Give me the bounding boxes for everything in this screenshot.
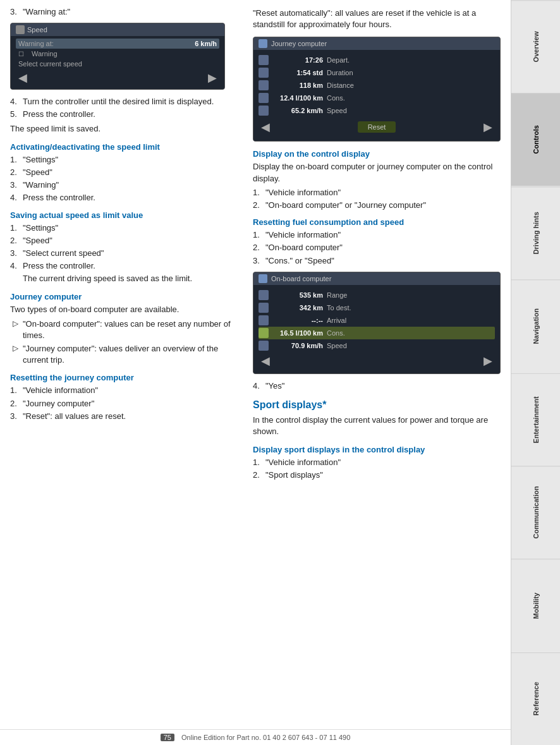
screen-nav: ◀ ▶ [16,69,219,87]
step5-item: 5. Press the controller. [10,109,236,120]
step-text: "Vehicle information" [265,187,501,198]
journey-screen-title: Journey computer [271,40,327,47]
journey-bullet-item: ▷"On-board computer": values can be rese… [10,318,236,341]
sport-step-item: 1."Vehicle information" [253,457,501,468]
saving-step-item: 4.Press the controller. [10,260,236,272]
onboard-nav: ◀ ▶ [259,352,495,370]
step-num: 2. [10,235,23,246]
row-value: 65.2 km/h [272,107,323,114]
bullet-arrow: ▷ [13,343,23,366]
activate-step-item: 3."Warning" [10,179,236,191]
row-icon [259,341,269,351]
row-value: 70.9 km/h [272,342,323,349]
reset-auto-text: "Reset automatically": all values are re… [253,8,501,30]
journey-nav-right[interactable]: ▶ [484,120,492,134]
nav-right-arrow[interactable]: ▶ [208,71,217,85]
row-icon [259,328,269,338]
onboard-screen-body: 535 kmRange342 kmTo dest.--:--Arrival16.… [253,285,500,373]
fuel-steps-list: 1."Vehicle information"2."On-board compu… [253,229,501,268]
step-num: 1. [10,222,23,234]
onboard-nav-left[interactable]: ◀ [261,354,270,368]
journey-screen-row: 17:26Depart. [259,54,495,66]
display-step-item: 2."On-board computer" or "Journey comput… [253,200,501,211]
row-icon [259,93,269,103]
sidebar-tab-communication[interactable]: Communication [511,466,560,559]
speed-warning-screen: Speed Warning at: 6 km/h ☐ Warning Selec… [10,23,225,90]
row-icon [259,106,269,116]
step5-num: 5. [10,109,23,120]
journey-screen-row: 65.2 km/hSpeed [259,104,495,117]
footer: 75 Online Edition for Part no. 01 40 2 6… [0,729,511,745]
warning-at-value: 6 km/h [195,40,217,47]
journey-screen-body: 17:26Depart.1:54 stdDuration118 kmDistan… [253,50,500,141]
nav-left-arrow[interactable]: ◀ [18,71,27,85]
row-key: Speed [327,342,365,349]
sidebar-tab-driving_hints[interactable]: Driving hints [511,186,560,279]
saving-note: The current driving speed is saved as th… [10,273,236,284]
step-text: "Speed" [23,167,236,178]
step4-yes-num: 4. [253,380,265,392]
step-num: 3. [253,255,265,267]
section-fuel-heading: Resetting fuel consumption and speed [253,217,501,227]
sidebar-tab-reference[interactable]: Reference [511,652,560,745]
warning-at-label: Warning at: [18,40,190,47]
step-num: 1. [253,229,265,241]
journey-screen-header: Journey computer [253,37,500,50]
warning-label: Warning [32,50,217,58]
activate-steps-list: 1."Settings"2."Speed"3."Warning"4.Press … [10,154,236,205]
row-icon [259,80,269,90]
step-num: 4. [10,260,23,272]
warning-row-2: ☐ Warning [16,49,219,59]
step-num: 2. [253,469,265,481]
display-text: Display the on-board computer or journey… [253,161,501,184]
resetting-step-item: 1."Vehicle information" [10,385,236,396]
sidebar-tab-navigation[interactable]: Navigation [511,279,560,372]
resetting-step-item: 2."Journey computer" [10,398,236,409]
step-num: 3. [10,179,23,191]
sidebar-tab-overview[interactable]: Overview [511,0,560,93]
section-journey-heading: Journey computer [10,292,236,301]
sidebar-tab-entertainment[interactable]: Entertainment [511,373,560,466]
sidebar: OverviewControlsDriving hintsNavigationE… [511,0,560,745]
step-text: "Vehicle information" [23,385,236,396]
step5-text: Press the controller. [23,109,236,120]
step-num: 2. [10,398,23,409]
journey-screen-row: 12.4 l/100 kmCons. [259,92,495,104]
step-text: "Journey computer" [23,398,236,409]
row-key: Speed [327,107,365,114]
section-display-heading: Display on the control display [253,149,501,159]
step-num: 4. [10,192,23,203]
step4-yes-item: 4. "Yes" [253,380,501,392]
onboard-computer-screen: On-board computer 535 kmRange342 kmTo de… [253,272,501,374]
step3-text: "Warning at:" [23,6,236,18]
saving-steps-list: 1."Settings"2."Speed"3."Select current s… [10,222,236,274]
onboard-nav-right[interactable]: ▶ [484,354,492,368]
activate-step-item: 1."Settings" [10,154,236,166]
step-num: 2. [10,167,23,178]
journey-text: Two types of on-board computer are avail… [10,304,236,315]
row-key: Range [327,291,365,299]
step-text: Press the controller. [23,260,236,272]
saving-step-item: 2."Speed" [10,235,236,246]
display-step-item: 1."Vehicle information" [253,187,501,198]
onboard-screen-row: 70.9 km/hSpeed [259,339,495,352]
fuel-step-item: 1."Vehicle information" [253,229,501,241]
sidebar-tabs: OverviewControlsDriving hintsNavigationE… [511,0,560,745]
reset-button[interactable]: Reset [358,121,396,133]
sidebar-tab-controls[interactable]: Controls [511,93,560,186]
section-sport-heading: Sport displays* [253,399,501,411]
screen-header: Speed [11,23,224,36]
row-value: 16.5 l/100 km [272,329,323,337]
bullet-text: "On-board computer": values can be reset… [23,318,236,341]
row-icon [259,290,269,300]
step-num: 2. [253,200,265,211]
step3-num: 3. [10,6,23,18]
row-value: 17:26 [272,56,323,64]
resetting-step-item: 3."Reset": all values are reset. [10,411,236,422]
section-sport-display-heading: Display sport displays in the control di… [253,445,501,454]
journey-nav-left[interactable]: ◀ [261,120,270,134]
row-icon [259,303,269,313]
sidebar-tab-mobility[interactable]: Mobility [511,559,560,651]
row-icon [259,68,269,78]
step-num: 1. [253,457,265,468]
